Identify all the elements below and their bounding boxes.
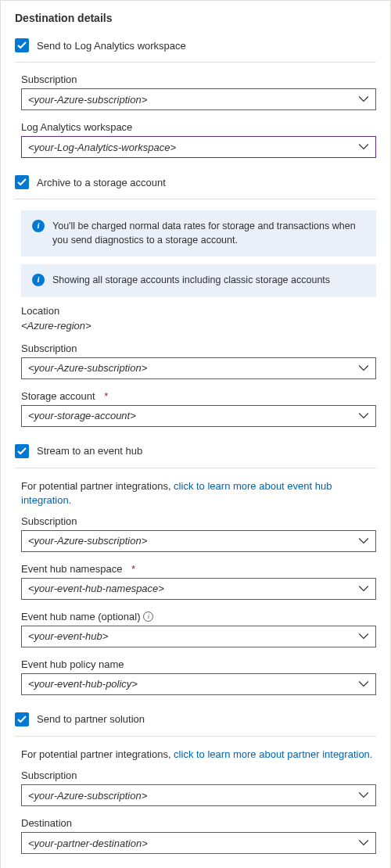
storage-account-label: Storage account * [21,390,376,402]
divider [15,468,376,468]
dropdown-value: <your-Log-Analytics-workspace> [28,142,176,153]
subscription-label: Subscription [21,515,376,527]
check-icon [17,178,27,187]
chevron-down-icon [358,142,369,152]
log-analytics-checkbox[interactable] [15,38,29,52]
chevron-down-icon [358,838,369,848]
check-icon [17,41,27,50]
storage-checkbox[interactable] [15,175,29,189]
eventhub-subscription-dropdown[interactable]: <your-Azure-subscription> [21,530,376,552]
storage-label: Archive to a storage account [37,177,166,188]
info-icon: i [32,220,45,232]
chevron-down-icon [358,536,369,547]
dropdown-value: <your-Azure-subscription> [28,362,147,374]
eventhub-label: Stream to an event hub [37,445,142,457]
log-analytics-label: Send to Log Analytics workspace [37,40,186,52]
partner-check-row: Send to partner solution [15,709,376,730]
dropdown-value: <your-Azure-subscription> [28,535,147,547]
chevron-down-icon [358,363,369,374]
log-analytics-subscription-dropdown[interactable]: <your-Azure-subscription> [21,88,376,110]
dropdown-value: <your-Azure-subscription> [28,94,147,106]
info-tooltip-icon[interactable]: i [143,612,153,622]
destination-label: Destination [21,817,376,829]
partner-label: Send to partner solution [37,713,145,725]
partner-integration-link[interactable]: click to learn more about partner integr… [174,748,372,760]
eventhub-helper: For potential partner integrations, clic… [21,479,376,508]
workspace-label: Log Analytics workspace [21,121,376,133]
check-icon [17,447,27,456]
policy-label: Event hub policy name [21,658,376,670]
chevron-down-icon [358,583,369,594]
partner-subscription-dropdown[interactable]: <your-Azure-subscription> [21,784,376,806]
subscription-label: Subscription [21,343,376,354]
log-analytics-section: Subscription <your-Azure-subscription> L… [15,74,376,158]
storage-section: i You'll be charged normal data rates fo… [15,210,376,427]
eventhub-name-label: Event hub name (optional) i [21,611,376,622]
eventhub-policy-dropdown[interactable]: <your-event-hub-policy> [21,673,376,695]
dropdown-value: <your-partner-destination> [28,838,148,849]
eventhub-namespace-dropdown[interactable]: <your-event-hub-namespace> [21,578,376,600]
chevron-down-icon [358,790,369,801]
chevron-down-icon [358,679,369,690]
required-mark: * [104,390,108,402]
namespace-label: Event hub namespace * [21,563,376,575]
storage-account-dropdown[interactable]: <your-storage-account> [21,405,376,427]
divider [15,199,376,199]
dropdown-value: <your-event-hub-namespace> [28,583,164,594]
divider [15,62,376,63]
eventhub-section: For potential partner integrations, clic… [15,479,376,695]
dropdown-value: <your-Azure-subscription> [28,790,147,802]
storage-classic-info: i Showing all storage accounts including… [21,264,376,297]
destination-details-panel: Destination details Send to Log Analytic… [0,0,391,868]
eventhub-check-row: Stream to an event hub [15,441,376,461]
dropdown-value: <your-event-hub> [28,630,108,642]
dropdown-value: <your-storage-account> [28,410,136,421]
divider [15,736,376,737]
storage-charge-info: i You'll be charged normal data rates fo… [21,210,376,256]
chevron-down-icon [358,94,369,105]
required-mark: * [131,563,135,575]
chevron-down-icon [358,631,369,642]
check-icon [17,715,27,724]
info-icon: i [32,274,45,286]
chevron-down-icon [358,411,369,421]
storage-subscription-dropdown[interactable]: <your-Azure-subscription> [21,357,376,379]
location-value: <Azure-region> [21,320,376,332]
partner-checkbox[interactable] [15,712,29,726]
subscription-label: Subscription [21,74,376,85]
info-text: You'll be charged normal data rates for … [52,220,365,247]
log-analytics-check-row: Send to Log Analytics workspace [15,35,376,56]
log-analytics-workspace-dropdown[interactable]: <your-Log-Analytics-workspace> [21,136,376,158]
partner-section: For potential partner integrations, clic… [15,748,376,854]
eventhub-name-dropdown[interactable]: <your-event-hub> [21,626,376,647]
eventhub-checkbox[interactable] [15,444,29,458]
partner-destination-dropdown[interactable]: <your-partner-destination> [21,832,376,854]
info-text: Showing all storage accounts including c… [52,274,330,288]
subscription-label: Subscription [21,769,376,781]
dropdown-value: <your-event-hub-policy> [28,678,138,690]
section-title: Destination details [15,12,376,24]
partner-helper: For potential partner integrations, clic… [21,748,376,762]
storage-check-row: Archive to a storage account [15,172,376,192]
location-label: Location [21,305,376,317]
